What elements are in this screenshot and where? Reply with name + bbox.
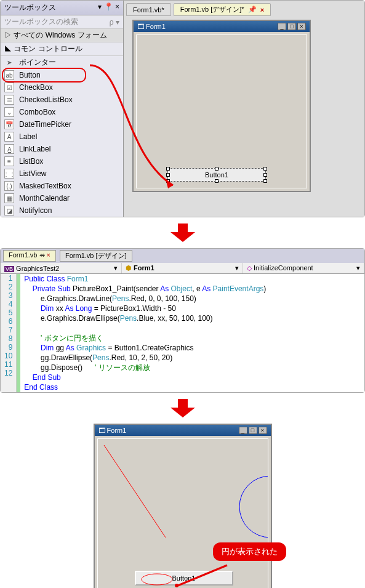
toolbox-title: ツールボックス <box>4 2 56 13</box>
toolbox-item-label: LinkLabel <box>19 145 50 153</box>
toolbox-item-label: DateTimePicker <box>19 120 71 129</box>
method-dropdown[interactable]: ◇ InitializeComponent ▾ <box>243 263 364 273</box>
picturebox-drawing <box>98 439 268 588</box>
minimize-button[interactable]: _ <box>278 23 286 30</box>
minimize-button[interactable]: _ <box>239 427 247 434</box>
dropdown-arrow-icon: ▾ <box>356 264 360 272</box>
toolbox-item-listbox[interactable]: ≡ListBox <box>1 155 123 167</box>
check-icon: ☑ <box>4 83 14 92</box>
search-placeholder: ツールボックスの検索 <box>4 17 78 27</box>
combo-icon: ⌄ <box>4 107 14 117</box>
tab-label: Form1.vb <box>9 251 37 259</box>
close-button[interactable]: × <box>297 23 306 30</box>
form-icon: 🗔 <box>137 23 144 30</box>
runtime-form-window[interactable]: 🗔 Form1 _ □ × Button1 円が表示された <box>94 424 272 588</box>
lb-icon: ≡ <box>4 156 14 166</box>
form-titlebar[interactable]: 🗔 Form1 _ □ × <box>95 425 271 436</box>
Au-icon: A̲ <box>4 144 14 154</box>
code-document-tabs: Form1.vb ⇴ × Form1.vb [デザイン] <box>1 249 364 263</box>
toolbox-item-checkbox[interactable]: ☑CheckBox <box>1 81 123 94</box>
toolbox-item-combobox[interactable]: ⌄ComboBox <box>1 106 123 118</box>
dropdown-arrow-icon[interactable]: ▾ <box>98 2 102 11</box>
toolbox-item-label[interactable]: ALabel <box>1 131 123 143</box>
close-button[interactable]: × <box>259 427 267 434</box>
button-ellipse-drawing <box>138 573 175 586</box>
toolbox-item-checkedlistbox[interactable]: ☰CheckedListBox <box>1 94 123 106</box>
toolbox-title-bar: ツールボックス ▾ 📍 × <box>1 1 123 15</box>
list-icon: ☰ <box>4 95 14 105</box>
object-dropdown[interactable]: ⬢ Form1 ▾ <box>122 263 243 273</box>
button1-runtime[interactable]: Button1 <box>135 571 233 586</box>
pin-icon[interactable]: 📍 <box>104 2 113 11</box>
toolbox-search[interactable]: ツールボックスの検索 ρ ▾ <box>1 15 123 29</box>
toolbox-item-linklabel[interactable]: A̲LinkLabel <box>1 143 123 155</box>
form-title-text: Form1 <box>146 23 166 30</box>
mask-icon: (.) <box>4 181 14 191</box>
toolbox-item-label: NotifyIcon <box>19 206 52 215</box>
toolbox-item-listview[interactable]: ⋮⋮ListView <box>1 167 123 180</box>
form-title: 🗔 Form1 <box>137 23 166 30</box>
toolbox-item-button[interactable]: abButton <box>1 69 123 81</box>
panel-code-editor: Form1.vb ⇴ × Form1.vb [デザイン] VB Graphics… <box>0 248 365 393</box>
toolbox-item-notifyicon[interactable]: ◪NotifyIcon <box>1 204 123 217</box>
tab-design[interactable]: Form1.vb [デザイン]* 📌 × <box>174 3 271 16</box>
maximize-button[interactable]: □ <box>249 427 257 434</box>
vb-icon: VB <box>4 266 14 272</box>
toolbox-item-label: MonthCalendar <box>19 194 70 203</box>
flow-arrow-2 <box>170 399 195 417</box>
document-tabs: Form1.vb* Form1.vb [デザイン]* 📌 × <box>126 3 362 16</box>
toolbox-item-label: ComboBox <box>19 108 55 116</box>
ab-icon: ab <box>4 70 14 80</box>
method-name: InitializeComponent <box>254 264 313 272</box>
toolbox-panel: ツールボックス ▾ 📍 × ツールボックスの検索 ρ ▾ ▷ すべての Wind… <box>1 1 124 217</box>
close-icon[interactable]: × <box>47 251 50 259</box>
tray-icon: ◪ <box>4 206 14 215</box>
toolbox-item-label: ListView <box>19 169 46 178</box>
tab-design[interactable]: Form1.vb [デザイン] <box>60 250 132 262</box>
toolbox-group-common[interactable]: ◣ コモン コントロール <box>1 42 123 56</box>
project-dropdown[interactable]: VB GraphicsTest2 ▾ <box>1 263 122 273</box>
toolbox-item-label: ListBox <box>19 157 43 166</box>
code-editor-body[interactable]: 123456789101112 Public Class Form1 Priva… <box>1 274 364 392</box>
tab-label: Form1.vb [デザイン] <box>65 252 127 259</box>
triangle-right-icon: ▷ <box>4 31 12 39</box>
toolbox-item-label: CheckBox <box>19 83 53 92</box>
svg-line-1 <box>104 445 166 538</box>
triangle-down-icon: ◣ <box>4 44 12 53</box>
pin-icon[interactable]: ⇴ <box>39 251 47 259</box>
toolbox-item-label: Label <box>19 132 37 141</box>
toolbox-item-datetimepicker[interactable]: 📅DateTimePicker <box>1 118 123 131</box>
button1-designer[interactable]: Button1 <box>167 168 266 182</box>
tab-code[interactable]: Form1.vb* <box>126 3 171 16</box>
code-text[interactable]: Public Class Form1 Private Sub PictureBo… <box>20 274 266 392</box>
form-canvas[interactable]: Button1 <box>136 34 307 188</box>
close-icon[interactable]: × <box>260 6 264 14</box>
toolbox-item-ポインター[interactable]: ➤ポインター <box>1 56 123 69</box>
form-icon: 🗔 <box>98 427 105 434</box>
flow-arrow-1 <box>170 224 195 242</box>
search-icon: ρ ▾ <box>110 18 119 26</box>
pin-icon[interactable]: 📌 <box>248 6 257 14</box>
maximize-button[interactable]: □ <box>287 23 296 30</box>
code-navigation-bar: VB GraphicsTest2 ▾ ⬢ Form1 ▾ ◇ Initializ… <box>1 263 364 274</box>
toolbox-group-winforms[interactable]: ▷ すべての Windows フォーム <box>1 29 123 42</box>
svg-point-3 <box>142 574 172 585</box>
toolbox-item-label: ポインター <box>19 57 56 68</box>
group-label: すべての Windows フォーム <box>14 31 106 39</box>
tab-code[interactable]: Form1.vb ⇴ × <box>3 250 56 262</box>
button1-text: Button1 <box>172 574 196 582</box>
cal-icon: ▦ <box>4 193 14 203</box>
project-name: GraphicsTest2 <box>16 265 59 272</box>
form-titlebar[interactable]: 🗔 Form1 _ □ × <box>134 21 310 32</box>
method-icon: ◇ <box>247 264 252 272</box>
toolbox-item-monthcalendar[interactable]: ▦MonthCalendar <box>1 192 123 204</box>
lv-icon: ⋮⋮ <box>4 169 14 179</box>
toolbox-item-maskedtextbox[interactable]: (.)MaskedTextBox <box>1 180 123 192</box>
tab-design-label: Form1.vb [デザイン]* <box>180 5 244 14</box>
toolbox-item-label: CheckedListBox <box>19 95 73 104</box>
form-designer-window[interactable]: 🗔 Form1 _ □ × Button1 <box>132 20 311 192</box>
A-icon: A <box>4 132 14 142</box>
annotation-callout: 円が表示された <box>213 542 286 561</box>
panel-toolbox-designer: ツールボックス ▾ 📍 × ツールボックスの検索 ρ ▾ ▷ すべての Wind… <box>0 0 365 217</box>
close-icon[interactable]: × <box>115 2 119 11</box>
